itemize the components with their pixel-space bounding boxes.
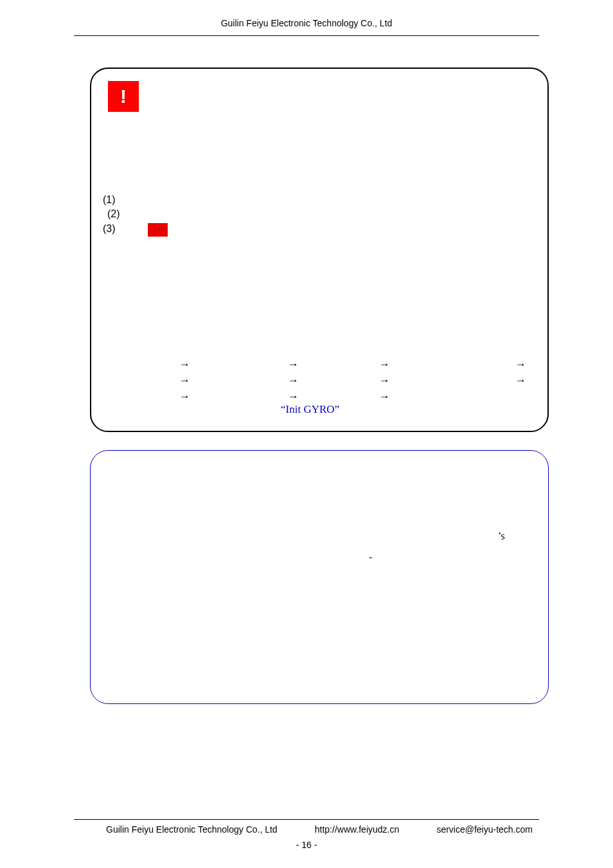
footer-company: Guilin Feiyu Electronic Technology Co., …	[106, 824, 278, 835]
arrow-icon: →	[288, 390, 299, 403]
arrow-icon: →	[288, 374, 299, 387]
arrow-icon: →	[379, 390, 390, 403]
arrow-icon: →	[179, 390, 190, 403]
footer-url: http://www.feiyudz.cn	[315, 824, 400, 835]
info-box	[90, 450, 549, 704]
footer-divider	[74, 819, 539, 820]
init-gyro-text: “Init GYRO”	[281, 403, 339, 416]
warning-box	[90, 68, 549, 432]
page-footer: Guilin Feiyu Electronic Technology Co., …	[74, 824, 539, 835]
list-item-3: (3)	[103, 223, 116, 235]
arrow-icon: →	[379, 358, 390, 371]
page-number: - 16 -	[0, 840, 613, 850]
dash-text: -	[369, 552, 372, 563]
list-item-1: (1)	[103, 194, 116, 206]
arrow-icon: →	[515, 374, 526, 387]
arrow-icon: →	[288, 358, 299, 371]
arrow-icon: →	[179, 374, 190, 387]
arrow-icon: →	[379, 374, 390, 387]
footer-email: service@feiyu-tech.com	[436, 824, 533, 835]
list-item-2: (2)	[107, 208, 120, 220]
page-header: Guilin Feiyu Electronic Technology Co., …	[0, 18, 613, 28]
arrow-icon: →	[179, 358, 190, 371]
arrow-icon: →	[515, 358, 526, 371]
warning-mark: !	[120, 86, 127, 107]
red-square-icon	[148, 223, 168, 237]
apostrophe-s-text: ’s	[498, 530, 505, 542]
header-divider	[74, 35, 539, 36]
warning-icon: !	[108, 81, 139, 112]
